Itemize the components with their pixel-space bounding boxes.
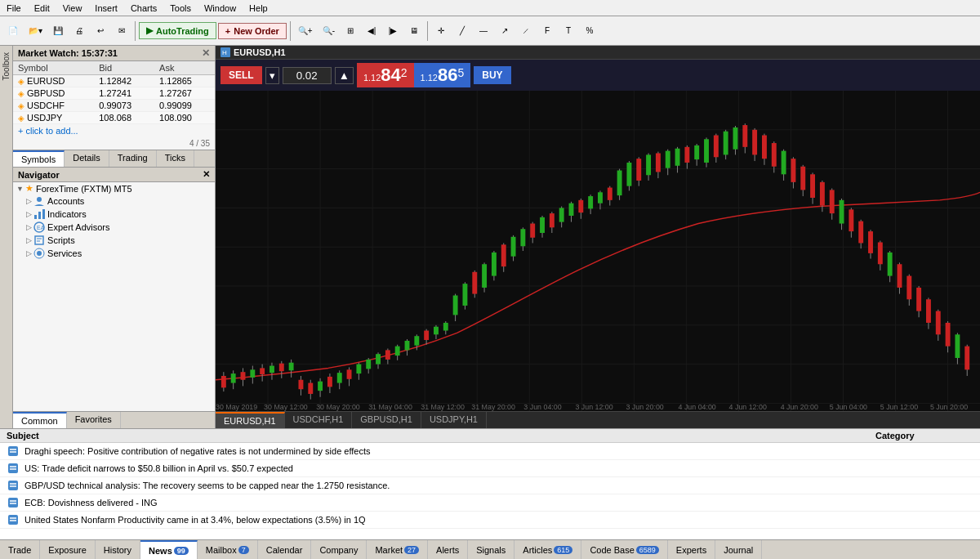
bottom-panel: Subject Category Draghi speech: Positive… <box>0 428 980 559</box>
bottom-tab-articles[interactable]: Articles615 <box>514 540 581 559</box>
symbol-icon: ◈ <box>18 77 24 86</box>
svg-rect-215 <box>8 498 18 508</box>
open-btn[interactable]: 📂▾ <box>24 20 47 42</box>
market-watch-title: Market Watch: 15:37:31 <box>18 48 118 58</box>
menu-insert[interactable]: Insert <box>88 2 124 15</box>
sell-arrow-btn[interactable]: ▾ <box>265 67 279 84</box>
sell-button[interactable]: SELL <box>220 66 262 84</box>
navigator-close[interactable]: ✕ <box>203 169 210 180</box>
new-order-icon: + <box>225 26 230 36</box>
menu-tools[interactable]: Tools <box>163 2 198 15</box>
bottom-tab-journal[interactable]: Journal <box>715 540 762 559</box>
bottom-tab-calendar[interactable]: Calendar <box>258 540 312 559</box>
bottom-tab-signals[interactable]: Signals <box>468 540 514 559</box>
new-order-btn[interactable]: + New Order <box>218 23 287 39</box>
news-item[interactable]: US: Trade deficit narrows to $50.8 billi… <box>0 460 980 477</box>
scroll-left-btn[interactable]: ◀| <box>362 20 381 42</box>
horizontal-btn[interactable]: — <box>474 20 493 42</box>
bottom-tab-mailbox[interactable]: Mailbox7 <box>198 540 258 559</box>
properties-btn[interactable]: 🖥 <box>404 20 424 42</box>
svg-rect-178 <box>906 276 911 300</box>
news-item[interactable]: ECB: Dovishness delivered - ING <box>0 494 980 512</box>
table-row[interactable]: ◈ EURUSD 1.12842 1.12865 <box>13 75 215 87</box>
tab-trading[interactable]: Trading <box>109 150 157 167</box>
svg-rect-188 <box>955 334 960 358</box>
chart-type-btn[interactable]: ⊞ <box>341 20 360 42</box>
news-item[interactable]: GBP/USD technical analysis: The recovery… <box>0 477 980 494</box>
bottom-tab-market[interactable]: Market27 <box>367 540 428 559</box>
new-chart-btn[interactable]: 📄 <box>3 20 23 42</box>
bottom-tab-company[interactable]: Company <box>311 540 367 559</box>
tab-favorites[interactable]: Favorites <box>67 412 121 428</box>
nav-indicators[interactable]: ▷ Indicators <box>23 208 215 221</box>
nav-expert-advisors[interactable]: ▷ EA Expert Advisors <box>23 221 215 234</box>
table-row[interactable]: ◈ GBPUSD 1.27241 1.27267 <box>13 87 215 100</box>
channel-btn[interactable]: ⟋ <box>516 20 536 42</box>
svg-rect-1 <box>34 215 37 219</box>
chart-canvas[interactable]: 30 May 2019 30 May 12:00 30 May 20:00 31… <box>216 91 980 411</box>
lot-size-input[interactable] <box>283 67 332 84</box>
bottom-tab-alerts[interactable]: Alerts <box>428 540 468 559</box>
chart-tab-eurusd[interactable]: EURUSD,H1 <box>216 412 285 428</box>
nav-accounts[interactable]: ▷ Accounts <box>23 195 215 208</box>
nav-scripts[interactable]: ▷ Scripts <box>23 234 215 247</box>
percent-btn[interactable]: % <box>580 20 599 42</box>
nav-services[interactable]: ▷ Services <box>23 247 215 260</box>
add-symbol-btn[interactable]: + click to add... <box>13 124 215 137</box>
tab-details[interactable]: Details <box>65 150 109 167</box>
bottom-tab-history[interactable]: History <box>96 540 140 559</box>
market-watch-close[interactable]: ✕ <box>202 47 210 59</box>
table-row[interactable]: ◈ USDJPY 108.068 108.090 <box>13 112 215 124</box>
mail-btn[interactable]: ✉ <box>112 20 131 42</box>
buy-button[interactable]: BUY <box>474 66 510 84</box>
scroll-right-btn[interactable]: |▶ <box>383 20 403 42</box>
news-text: ECB: Dovishness delivered - ING <box>24 498 973 508</box>
nav-broker[interactable]: ▼ ★ ForexTime (FXTM) MT5 <box>13 182 215 195</box>
menu-help[interactable]: Help <box>243 2 274 15</box>
news-icon <box>7 445 20 458</box>
trendline-btn[interactable]: ↗ <box>495 20 514 42</box>
toolbox-label[interactable]: Toolbox <box>2 52 11 80</box>
menu-file[interactable]: File <box>0 2 28 15</box>
bottom-tab-experts[interactable]: Experts <box>668 540 715 559</box>
save-btn[interactable]: 💾 <box>48 20 68 42</box>
bottom-tab-trade[interactable]: Trade <box>0 540 40 559</box>
tab-common[interactable]: Common <box>13 412 67 428</box>
zoom-in-btn[interactable]: 🔍+ <box>294 20 317 42</box>
svg-rect-152 <box>782 151 786 175</box>
line-btn[interactable]: ╱ <box>452 20 472 42</box>
print-btn[interactable]: 🖨 <box>69 20 89 42</box>
news-text: United States Nonfarm Productivity came … <box>24 515 973 525</box>
svg-rect-212 <box>8 481 18 490</box>
tab-ticks[interactable]: Ticks <box>157 150 194 167</box>
lot-up-btn[interactable]: ▲ <box>335 67 354 84</box>
bottom-tab-news[interactable]: News99 <box>140 540 198 559</box>
chart-tab-usdchf[interactable]: USDCHF,H1 <box>285 412 353 428</box>
auto-trading-btn[interactable]: ▶ AutoTrading <box>139 22 216 39</box>
expand-icon: ▷ <box>26 249 32 257</box>
news-item[interactable]: Draghi speech: Positive contribution of … <box>0 443 980 460</box>
expand-icon: ▷ <box>26 223 32 231</box>
bottom-tabs: Trade Exposure History News99 Mailbox7 C… <box>0 539 980 559</box>
table-row[interactable]: ◈ USDCHF 0.99073 0.99099 <box>13 100 215 112</box>
text-btn[interactable]: T <box>559 20 578 42</box>
fibonacci-btn[interactable]: F <box>537 20 557 42</box>
undo-btn[interactable]: ↩ <box>91 20 110 42</box>
news-item[interactable]: United States Nonfarm Productivity came … <box>0 512 980 529</box>
menu-window[interactable]: Window <box>198 2 243 15</box>
zoom-out-btn[interactable]: 🔍- <box>318 20 339 42</box>
svg-rect-114 <box>598 192 603 203</box>
menu-view[interactable]: View <box>56 2 89 15</box>
bottom-tab-exposure[interactable]: Exposure <box>40 540 95 559</box>
menu-edit[interactable]: Edit <box>28 2 56 15</box>
svg-rect-206 <box>8 446 18 456</box>
chart-tab-gbpusd[interactable]: GBPUSD,H1 <box>352 412 421 428</box>
chart-tab-usdjpy[interactable]: USDJPY,H1 <box>421 412 487 428</box>
svg-rect-154 <box>791 159 795 182</box>
svg-text:4 Jun 04:00: 4 Jun 04:00 <box>679 403 716 411</box>
news-badge: 99 <box>174 547 189 555</box>
crosshair-btn[interactable]: ✛ <box>431 20 451 42</box>
bottom-tab-codebase[interactable]: Code Base6589 <box>581 540 667 559</box>
tab-symbols[interactable]: Symbols <box>13 150 65 167</box>
menu-charts[interactable]: Charts <box>124 2 163 15</box>
